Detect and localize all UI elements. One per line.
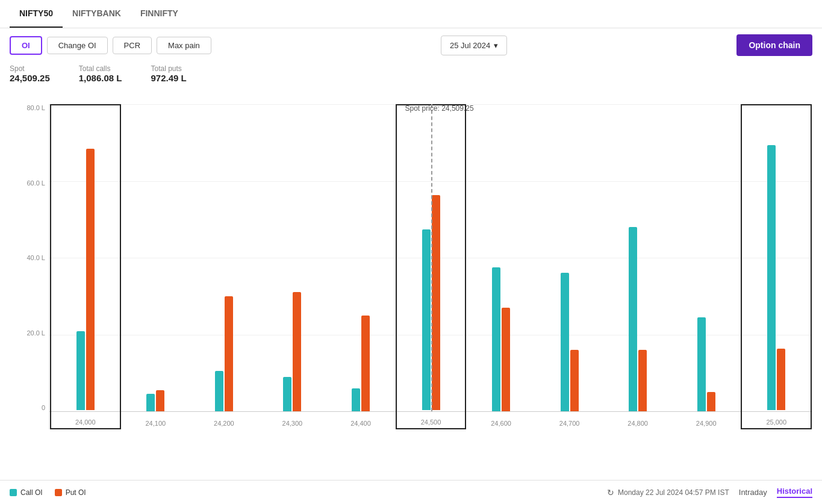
tab-nifty50[interactable]: NIFTY50 (10, 0, 63, 28)
date-selector[interactable]: 25 Jul 2024 ▾ (441, 36, 507, 55)
x-label: 24,900 (672, 420, 741, 427)
tab-intraday[interactable]: Intraday (739, 488, 767, 497)
legend-call-label: Call OI (20, 488, 43, 497)
put-bar (225, 296, 233, 411)
refresh-time: Monday 22 Jul 2024 04:57 PM IST (618, 488, 729, 497)
stat-total-calls: Total calls 1,086.08 L (79, 64, 122, 84)
top-tabs: NIFTY50 NIFTYBANK FINNIFTY (0, 0, 822, 28)
chevron-down-icon: ▾ (494, 41, 498, 50)
total-puts-label: Total puts (151, 64, 186, 73)
call-bar (767, 145, 776, 410)
spot-label: Spot (10, 64, 50, 73)
x-label: 24,000 (51, 418, 120, 426)
put-bar (293, 292, 301, 411)
call-bar (76, 331, 85, 410)
put-bar (156, 390, 164, 411)
put-color-box (55, 489, 62, 496)
tab-historical[interactable]: Historical (777, 487, 812, 498)
tab-niftybank[interactable]: NIFTYBANK (63, 0, 131, 28)
call-bar (215, 371, 223, 411)
total-calls-label: Total calls (79, 64, 122, 73)
spot-price-line (431, 104, 432, 411)
bar-group-24200: 24,200 (190, 104, 258, 429)
legend: Call OI Put OI (10, 488, 86, 497)
bar-group-24900: 24,900 (672, 104, 741, 429)
put-bar (707, 392, 715, 411)
y-label-0: 0 (42, 404, 45, 411)
max-pain-button[interactable]: Max pain (157, 37, 211, 54)
footer: Call OI Put OI ↻ Monday 22 Jul 2024 04:5… (0, 480, 822, 504)
call-bar (283, 377, 291, 411)
put-bar (432, 195, 440, 410)
tab-finnifty[interactable]: FINNIFTY (131, 0, 188, 28)
total-calls-value: 1,086.08 L (79, 73, 122, 83)
call-bar (146, 394, 155, 411)
x-label: 24,400 (326, 420, 395, 427)
put-bar (361, 316, 370, 411)
x-label: 24,800 (603, 420, 672, 427)
chart-container: 80.0 L 60.0 L 40.0 L 20.0 L 0 (10, 104, 812, 429)
call-bar (697, 317, 706, 411)
x-label: 24,200 (190, 420, 258, 427)
bar-group-25000: 25,000 (741, 104, 812, 429)
y-label-40: 40.0 L (26, 254, 45, 261)
legend-call: Call OI (10, 488, 43, 497)
total-puts-value: 972.49 L (151, 73, 186, 83)
legend-put-label: Put OI (66, 488, 86, 497)
put-bar (86, 149, 95, 410)
bar-group-24700: 24,700 (535, 104, 604, 429)
call-bar (352, 388, 360, 411)
app-container: NIFTY50 NIFTYBANK FINNIFTY OI Change OI … (0, 0, 822, 504)
change-oi-button[interactable]: Change OI (47, 37, 108, 54)
put-bar (502, 308, 510, 411)
option-chain-button[interactable]: Option chain (736, 34, 812, 56)
chart-area: Spot price: 24,509.25 80.0 L 60.0 L 40.0… (0, 104, 822, 453)
x-label: 24,600 (467, 420, 535, 427)
footer-right: ↻ Monday 22 Jul 2024 04:57 PM IST Intrad… (607, 487, 812, 498)
call-color-box (10, 489, 17, 496)
bars-area: 24,00024,10024,20024,30024,40024,50024,6… (49, 104, 812, 429)
put-bar (777, 349, 785, 410)
spot-price-label: Spot price: 24,509.25 (405, 104, 474, 113)
legend-put: Put OI (55, 488, 86, 497)
call-bar (492, 267, 500, 411)
bar-group-24100: 24,100 (122, 104, 190, 429)
call-bar (561, 273, 569, 411)
refresh-info: ↻ Monday 22 Jul 2024 04:57 PM IST (607, 488, 729, 497)
bar-group-24600: 24,600 (467, 104, 535, 429)
stat-total-puts: Total puts 972.49 L (151, 64, 186, 84)
bar-group-24300: 24,300 (258, 104, 327, 429)
x-label: 24,700 (535, 420, 604, 427)
x-label: 24,500 (397, 418, 465, 426)
stat-spot: Spot 24,509.25 (10, 64, 50, 84)
call-bar (629, 227, 637, 411)
x-label: 25,000 (742, 418, 811, 426)
y-axis: 80.0 L 60.0 L 40.0 L 20.0 L 0 (10, 104, 49, 429)
bar-group-24800: 24,800 (603, 104, 672, 429)
spot-value: 24,509.25 (10, 73, 50, 83)
y-label-80: 80.0 L (26, 104, 45, 111)
put-bar (570, 350, 579, 411)
toolbar: OI Change OI PCR Max pain 25 Jul 2024 ▾ … (0, 28, 822, 62)
stats-row: Spot 24,509.25 Total calls 1,086.08 L To… (0, 62, 822, 90)
bar-group-24400: 24,400 (326, 104, 395, 429)
y-label-60: 60.0 L (26, 179, 45, 187)
bar-group-24000: 24,000 (50, 104, 121, 429)
x-label: 24,100 (122, 420, 190, 427)
refresh-icon: ↻ (607, 488, 614, 497)
y-label-20: 20.0 L (26, 329, 45, 337)
date-label: 25 Jul 2024 (450, 41, 490, 50)
x-label: 24,300 (258, 420, 327, 427)
call-bar (422, 229, 431, 410)
oi-button[interactable]: OI (10, 36, 42, 55)
put-bar (638, 350, 647, 411)
pcr-button[interactable]: PCR (113, 37, 152, 54)
